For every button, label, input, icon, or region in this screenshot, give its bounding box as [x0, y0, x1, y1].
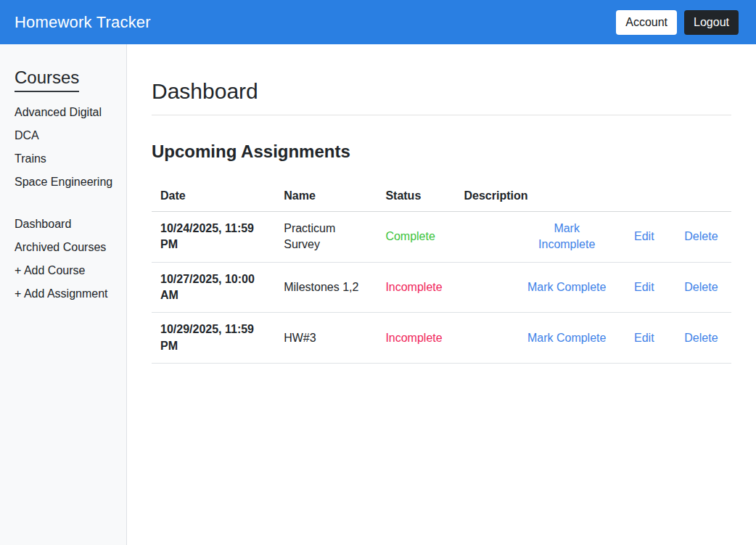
assignment-status-cell: Complete	[377, 211, 455, 262]
delete-action-cell: Delete	[671, 313, 731, 364]
status-text: Incomplete	[385, 332, 442, 344]
column-header-date: Date	[152, 181, 275, 212]
mark-action-cell: Mark Incomplete	[517, 211, 617, 262]
table-header-row: Date Name Status Description	[152, 181, 731, 212]
table-row: 10/24/2025, 11:59 PM Practicum Survey Co…	[152, 211, 731, 262]
title-divider	[152, 115, 731, 115]
sidebar: Courses Advanced Digital DCA Trains Spac…	[0, 44, 127, 545]
course-list: Advanced Digital DCA Trains Space Engine…	[15, 106, 118, 188]
sidebar-item-dashboard[interactable]: Dashboard	[15, 218, 118, 230]
delete-action-cell: Delete	[671, 211, 731, 262]
sidebar-heading-courses[interactable]: Courses	[15, 67, 79, 92]
assignment-name: Practicum Survey	[275, 211, 377, 262]
table-row: 10/27/2025, 10:00 AM Milestones 1,2 Inco…	[152, 262, 731, 313]
app-header: Homework Tracker Account Logout	[0, 0, 756, 44]
column-header-status: Status	[377, 181, 455, 212]
assignment-name: HW#3	[275, 313, 377, 364]
status-text: Complete	[385, 230, 435, 242]
mark-incomplete-link[interactable]: Mark Incomplete	[538, 222, 595, 250]
edit-action-cell: Edit	[617, 211, 671, 262]
mark-action-cell: Mark Complete	[517, 262, 617, 313]
sidebar-item-add-course[interactable]: + Add Course	[15, 264, 118, 276]
column-header-mark-action	[517, 181, 617, 212]
sidebar-nav: Dashboard Archived Courses + Add Course …	[15, 218, 118, 300]
main-content: Dashboard Upcoming Assignments Date Name…	[127, 44, 756, 545]
edit-link[interactable]: Edit	[634, 332, 654, 344]
sidebar-item-course-space-engineering[interactable]: Space Engineering	[15, 176, 118, 188]
mark-complete-link[interactable]: Mark Complete	[527, 281, 606, 293]
assignment-date: 10/24/2025, 11:59 PM	[152, 211, 275, 262]
mark-action-cell: Mark Complete	[517, 313, 617, 364]
assignment-description	[456, 313, 517, 364]
delete-link[interactable]: Delete	[684, 332, 718, 344]
assignment-date: 10/29/2025, 11:59 PM	[152, 313, 275, 364]
assignment-date: 10/27/2025, 10:00 AM	[152, 262, 275, 313]
delete-link[interactable]: Delete	[684, 230, 718, 242]
sidebar-item-course-dca[interactable]: DCA	[15, 129, 118, 142]
column-header-description: Description	[456, 181, 517, 212]
table-row: 10/29/2025, 11:59 PM HW#3 Incomplete Mar…	[152, 313, 731, 364]
page-title: Dashboard	[152, 78, 731, 105]
mark-complete-link[interactable]: Mark Complete	[527, 332, 606, 344]
assignment-description	[456, 211, 517, 262]
column-header-name: Name	[275, 181, 377, 212]
assignment-status-cell: Incomplete	[377, 262, 455, 313]
delete-action-cell: Delete	[671, 262, 731, 313]
assignment-status-cell: Incomplete	[377, 313, 455, 364]
account-button[interactable]: Account	[616, 10, 677, 35]
section-title: Upcoming Assignments	[152, 142, 731, 163]
edit-action-cell: Edit	[617, 262, 671, 313]
delete-link[interactable]: Delete	[684, 281, 718, 293]
status-text: Incomplete	[385, 281, 442, 293]
sidebar-item-course-advanced-digital[interactable]: Advanced Digital	[15, 106, 118, 118]
assignment-description	[456, 262, 517, 313]
column-header-edit-action	[617, 181, 671, 212]
page-layout: Courses Advanced Digital DCA Trains Spac…	[0, 44, 756, 545]
edit-link[interactable]: Edit	[634, 230, 654, 242]
edit-link[interactable]: Edit	[634, 281, 654, 293]
assignment-name: Milestones 1,2	[275, 262, 377, 313]
sidebar-item-add-assignment[interactable]: + Add Assignment	[15, 287, 118, 300]
app-title: Homework Tracker	[15, 13, 616, 32]
sidebar-item-archived-courses[interactable]: Archived Courses	[15, 241, 118, 253]
edit-action-cell: Edit	[617, 313, 671, 364]
column-header-delete-action	[671, 181, 731, 212]
assignments-table: Date Name Status Description 10/24/2025,…	[152, 181, 731, 364]
logout-button[interactable]: Logout	[684, 10, 739, 35]
sidebar-item-course-trains[interactable]: Trains	[15, 152, 118, 165]
